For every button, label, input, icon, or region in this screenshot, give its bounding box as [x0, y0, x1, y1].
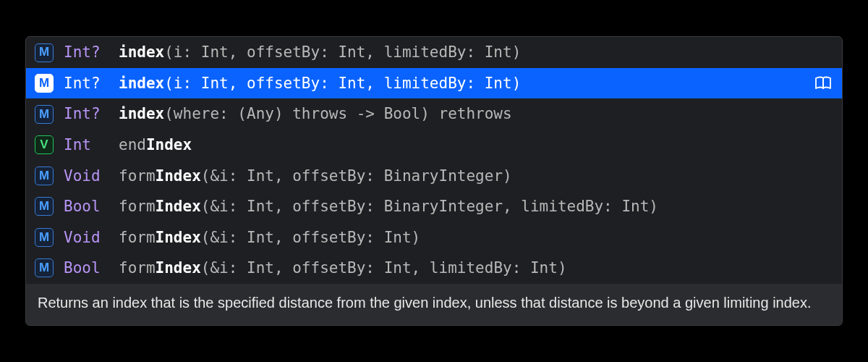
return-type: Int? — [64, 102, 114, 126]
method-badge-icon: M — [35, 167, 54, 185]
return-type: Int? — [64, 72, 114, 96]
completion-item[interactable]: MInt?index(i: Int, offsetBy: Int, limite… — [26, 37, 842, 68]
autocomplete-popup: MInt?index(i: Int, offsetBy: Int, limite… — [25, 36, 843, 325]
documentation-icon[interactable] — [813, 75, 833, 92]
matched-text: index — [119, 105, 164, 122]
signature: index(i: Int, offsetBy: Int, limitedBy: … — [119, 72, 833, 96]
signature: endIndex — [119, 133, 833, 157]
completion-item[interactable]: MInt?index(i: Int, offsetBy: Int, limite… — [26, 68, 842, 99]
completion-item[interactable]: MBoolformIndex(&i: Int, offsetBy: Binary… — [26, 191, 842, 222]
signature: index(where: (Any) throws -> Bool) rethr… — [119, 102, 833, 126]
completion-description: Returns an index that is the specified d… — [26, 284, 842, 325]
return-type: Void — [64, 164, 114, 188]
matched-text: Index — [156, 198, 201, 215]
completion-item[interactable]: MBoolformIndex(&i: Int, offsetBy: Int, l… — [26, 253, 842, 284]
return-type: Int — [64, 133, 114, 157]
signature: formIndex(&i: Int, offsetBy: BinaryInteg… — [119, 164, 833, 188]
signature: formIndex(&i: Int, offsetBy: Int) — [119, 226, 833, 250]
matched-text: Index — [156, 229, 201, 246]
completion-list: MInt?index(i: Int, offsetBy: Int, limite… — [26, 37, 842, 283]
matched-text: index — [119, 75, 164, 92]
matched-text: Index — [146, 136, 192, 153]
completion-item[interactable]: VIntendIndex — [26, 130, 842, 161]
matched-text: index — [119, 43, 164, 61]
signature: formIndex(&i: Int, offsetBy: BinaryInteg… — [119, 195, 833, 219]
matched-text: Index — [156, 167, 201, 185]
method-badge-icon: M — [35, 74, 54, 93]
return-type: Bool — [64, 195, 114, 219]
method-badge-icon: M — [35, 197, 54, 216]
method-badge-icon: M — [35, 258, 54, 277]
return-type: Int? — [64, 41, 114, 64]
completion-item[interactable]: MVoidformIndex(&i: Int, offsetBy: Binary… — [26, 161, 842, 192]
variable-badge-icon: V — [35, 135, 54, 154]
method-badge-icon: M — [35, 228, 54, 247]
signature: formIndex(&i: Int, offsetBy: Int, limite… — [119, 256, 833, 280]
method-badge-icon: M — [35, 43, 54, 62]
completion-item[interactable]: MVoidformIndex(&i: Int, offsetBy: Int) — [26, 222, 842, 253]
return-type: Void — [64, 226, 114, 250]
signature: index(i: Int, offsetBy: Int, limitedBy: … — [119, 41, 833, 64]
method-badge-icon: M — [35, 105, 54, 124]
completion-item[interactable]: MInt?index(where: (Any) throws -> Bool) … — [26, 98, 842, 130]
return-type: Bool — [64, 256, 114, 280]
matched-text: Index — [156, 259, 201, 277]
